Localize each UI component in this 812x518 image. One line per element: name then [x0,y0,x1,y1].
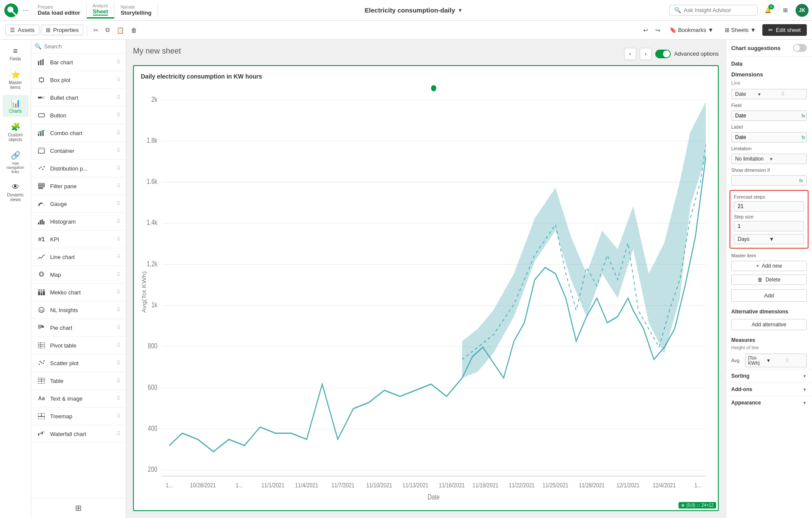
left-sidebar: ≡ Fields ⭐ Master items 📊 Charts 🧩 Custo… [0,40,31,518]
show-dim-fx-button[interactable]: fx [799,178,803,183]
field-input[interactable]: fx [731,111,807,121]
chart-search-input[interactable] [44,43,122,50]
chart-item-button[interactable]: Button ⠿ [31,107,126,124]
measures-select[interactable]: [Tot-KWh] ▼ ⠿ [745,354,807,367]
svg-text:1...: 1... [695,482,702,489]
chart-item-mekko[interactable]: Mekko chart ⠿ [31,284,126,301]
nav-right: 🔍 🔔 5 ⊞ JK [669,3,809,17]
label-input-field[interactable] [735,134,800,140]
chart-item-waterfall[interactable]: Waterfall chart ⠿ [31,425,126,443]
insight-search-box[interactable]: 🔍 [669,5,758,16]
chart-item-kpi[interactable]: #1 KPI ⠿ [31,231,126,248]
svg-rect-55 [38,433,39,436]
insight-search-input[interactable] [684,7,753,13]
field-input-field[interactable] [735,113,800,119]
next-nav-button[interactable]: › [640,48,652,60]
add-ons-section[interactable]: Add-ons ▼ [726,382,812,396]
drag-handle-icon: ⠿ [117,218,121,224]
show-dim-if-field[interactable] [735,177,797,183]
copy-button[interactable]: ⧉ [103,25,112,35]
sidebar-item-charts[interactable]: 📊 Charts [3,95,29,117]
paste-button[interactable]: 📋 [114,25,127,35]
svg-rect-4 [40,60,41,65]
apps-grid-button[interactable]: ⊞ [778,3,792,17]
undo-button[interactable]: ↩ [641,25,651,35]
bookmarks-dropdown-icon: ▼ [708,27,714,33]
data-section-title: Data [726,57,812,69]
drag-handle-icon: ⠿ [117,378,121,384]
forecast-steps-input[interactable] [734,201,804,212]
nav-prepare[interactable]: Prepare Data load editor [32,3,86,18]
chart-item-pie[interactable]: Pie chart ⠿ [31,319,126,337]
chart-item-bar[interactable]: Bar chart ⠿ [31,54,126,71]
step-size-input[interactable] [734,221,804,231]
chart-item-filter[interactable]: Filter pane ⠿ [31,177,126,195]
chart-item-histogram[interactable]: Histogram ⠿ [31,213,126,231]
delete-dimension-button[interactable]: 🗑 Delete [731,275,807,285]
chart-item-text[interactable]: Aa Text & image ⠿ [31,390,126,407]
nav-narrate[interactable]: Narrate Storytelling [114,3,158,18]
forecast-steps-field[interactable] [738,203,800,209]
chart-item-container[interactable]: Container ⠿ [31,142,126,160]
chart-item-gauge[interactable]: Gauge ⠿ [31,195,126,213]
add-alternative-button[interactable]: Add alternative [731,319,807,330]
height-of-line-label: Height of line [726,344,812,352]
chart-item-scatter[interactable]: Scatter plot ⠿ [31,354,126,372]
add-dimension-button[interactable]: Add [731,289,807,302]
add-visualization-button[interactable]: ⊞ [73,502,84,515]
svg-text:11/16/2021: 11/16/2021 [439,482,465,489]
assets-button[interactable]: ☰ Assets [5,25,39,35]
sidebar-item-dynamic-views[interactable]: 👁 Dynamic views [3,179,29,205]
nav-analyze[interactable]: Analyze Sheet [87,2,115,19]
drag-handle-icon: ⠿ [117,165,121,171]
drag-handle-icon: ⠿ [117,59,121,65]
chart-search-icon: 🔍 [35,43,41,50]
chart-item-nl[interactable]: NL NL Insights ⠿ [31,301,126,319]
field-fx-button[interactable]: fx [802,113,806,118]
chart-suggestions-toggle[interactable] [793,44,807,52]
sheets-button[interactable]: ⊞ Sheets ▼ [720,25,761,35]
chart-item-map[interactable]: Map ⠿ [31,266,126,284]
more-options-icon[interactable]: ··· [19,6,32,14]
label-input[interactable]: fx [731,132,807,142]
advanced-options-toggle[interactable] [655,50,671,58]
chart-item-boxplot[interactable]: Box plot ⠿ [31,71,126,89]
date-dimension-select[interactable]: Date ▼ ⠿ [731,89,807,99]
chart-title: Daily electricity consumption in KW hour… [141,73,711,80]
sorting-section[interactable]: Sorting ▼ [726,369,812,382]
svg-point-47 [44,360,45,362]
chart-item-distribution[interactable]: Distribution p... ⠿ [31,160,126,177]
measures-avg-row: Avg [Tot-KWh] ▼ ⠿ [726,352,812,369]
appearance-section[interactable]: Appearance ▼ [726,396,812,409]
cut-button[interactable]: ✂ [91,25,101,35]
table-icon [36,376,47,386]
app-nav-icon: 🔗 [11,151,20,160]
label-fx-button[interactable]: fx [802,135,806,140]
chart-item-table[interactable]: Table ⠿ [31,372,126,390]
sidebar-item-app-nav[interactable]: 🔗 App navigation links [3,147,29,177]
bookmarks-button[interactable]: 🔖 Bookmarks ▼ [665,25,718,35]
map-icon [36,269,47,280]
step-unit-select[interactable]: Days ▼ [734,234,804,244]
redo-button[interactable]: ↪ [653,25,663,35]
step-size-field[interactable] [738,223,800,229]
delete-button[interactable]: 🗑 [128,25,140,35]
sidebar-item-custom-objects[interactable]: 🧩 Custom objects [3,119,29,145]
limitation-select[interactable]: No limitation ▼ [731,154,807,164]
app-title-dropdown-icon[interactable]: ▼ [458,7,463,13]
edit-sheet-button[interactable]: ✏ Edit sheet [762,24,807,36]
sidebar-item-master-items[interactable]: ⭐ Master items [3,66,29,93]
properties-button[interactable]: ⊞ Properties [41,25,83,35]
notifications-button[interactable]: 🔔 5 [761,3,775,17]
add-new-button[interactable]: + Add new [731,261,807,271]
chart-item-bullet[interactable]: Bullet chart ⠿ [31,89,126,107]
chart-item-combo[interactable]: Combo chart ⠿ [31,124,126,142]
coord-badge: ⊕ (0,0) □ 24×12 [679,502,716,509]
show-dim-if-input[interactable]: fx [731,175,807,186]
chart-item-treemap[interactable]: Treemap ⠿ [31,407,126,425]
sidebar-item-fields[interactable]: ≡ Fields [3,43,29,65]
chart-item-line[interactable]: Line chart ⠿ [31,248,126,266]
user-avatar[interactable]: JK [796,4,809,17]
chart-item-pivot[interactable]: Pivot table ⠿ [31,337,126,354]
prev-nav-button[interactable]: ‹ [624,48,636,60]
